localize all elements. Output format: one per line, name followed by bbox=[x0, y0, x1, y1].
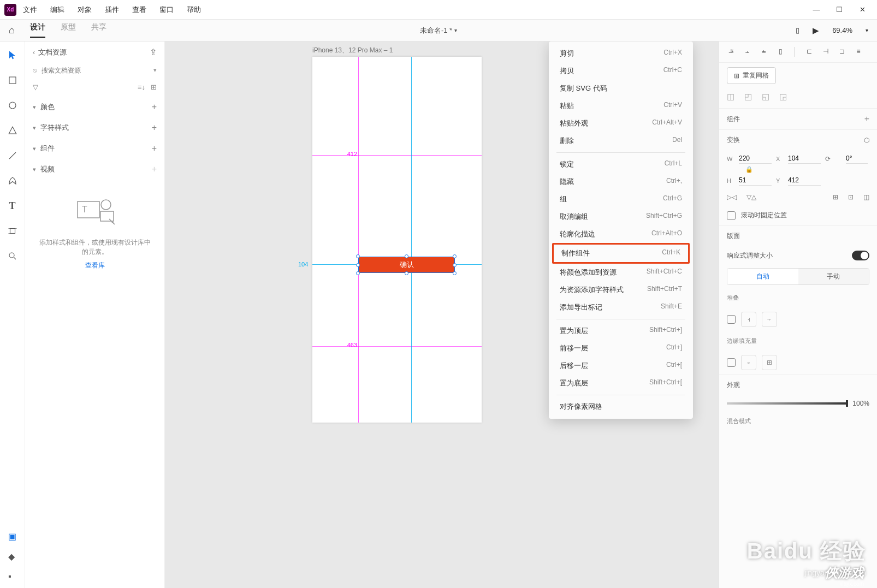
height-input[interactable] bbox=[739, 175, 772, 186]
cm-paste-appearance[interactable]: 粘贴外观Ctrl+Alt+V bbox=[549, 115, 693, 132]
responsive-icon-2[interactable]: ⊡ bbox=[848, 193, 854, 201]
responsive-icon-3[interactable]: ◫ bbox=[863, 193, 869, 201]
align-vcenter-icon[interactable]: ⫠ bbox=[743, 47, 752, 56]
selection-handle[interactable] bbox=[356, 263, 360, 267]
device-icon[interactable]: ▯ bbox=[796, 26, 799, 34]
play-icon[interactable]: ▶ bbox=[813, 26, 819, 35]
selection-handle[interactable] bbox=[453, 271, 457, 275]
width-input[interactable] bbox=[739, 153, 772, 164]
selection-handle[interactable] bbox=[356, 271, 360, 275]
checkbox[interactable] bbox=[727, 315, 736, 324]
align-top-icon[interactable]: ⫡ bbox=[727, 47, 736, 56]
union-icon[interactable]: ◫ bbox=[727, 92, 734, 102]
cm-send-backward[interactable]: 后移一层Ctrl+[ bbox=[549, 357, 693, 375]
seg-manual[interactable]: 手动 bbox=[798, 269, 869, 284]
zoom-tool[interactable] bbox=[5, 249, 20, 263]
search-input[interactable] bbox=[42, 67, 149, 74]
section-color[interactable]: ▾颜色+ bbox=[25, 97, 164, 117]
section-video[interactable]: ▾视频+ bbox=[25, 159, 164, 180]
y-input[interactable] bbox=[788, 175, 821, 186]
opacity-slider[interactable] bbox=[727, 402, 848, 405]
selection-handle[interactable] bbox=[356, 254, 360, 258]
tab-design[interactable]: 设计 bbox=[30, 22, 45, 38]
rotation-icon[interactable]: ⟳ bbox=[825, 155, 842, 163]
align-left-icon[interactable]: ⊏ bbox=[805, 47, 814, 56]
checkbox[interactable] bbox=[727, 211, 736, 220]
stack-h-icon[interactable]: ⫟ bbox=[762, 312, 777, 327]
menu-object[interactable]: 对象 bbox=[78, 5, 92, 15]
menu-window[interactable]: 窗口 bbox=[159, 5, 174, 15]
cm-copy-svg[interactable]: 复制 SVG 代码 bbox=[549, 80, 693, 97]
x-input[interactable] bbox=[788, 153, 821, 164]
seg-auto[interactable]: 自动 bbox=[727, 269, 798, 284]
flip-v-icon[interactable]: ▽△ bbox=[746, 193, 756, 201]
align-hcenter-icon[interactable]: ⊣ bbox=[821, 47, 830, 56]
cm-copy[interactable]: 拷贝Ctrl+C bbox=[549, 62, 693, 80]
menu-help[interactable]: 帮助 bbox=[187, 5, 201, 15]
selection-handle[interactable] bbox=[405, 271, 408, 275]
cm-group[interactable]: 组Ctrl+G bbox=[549, 191, 693, 208]
cm-outline-stroke[interactable]: 轮廓化描边Ctrl+Alt+O bbox=[549, 225, 693, 243]
line-tool[interactable] bbox=[5, 149, 20, 163]
add-icon[interactable]: + bbox=[152, 123, 157, 133]
view-library-link[interactable]: 查看库 bbox=[36, 261, 153, 270]
rectangle-tool[interactable] bbox=[5, 73, 20, 87]
repeat-grid-button[interactable]: ⊞重复网格 bbox=[727, 67, 776, 84]
cm-add-color[interactable]: 将颜色添加到资源Shift+Ctrl+C bbox=[549, 264, 693, 281]
plugins-icon[interactable]: ▪ bbox=[8, 572, 16, 581]
cube-icon[interactable]: ⬡ bbox=[864, 136, 869, 144]
grid-icon[interactable]: ⊞ bbox=[151, 83, 157, 91]
checkbox[interactable] bbox=[727, 358, 736, 367]
share-icon[interactable]: ⇪ bbox=[150, 47, 157, 57]
scroll-lock-row[interactable]: 滚动时固定位置 bbox=[719, 205, 877, 225]
document-title[interactable]: 未命名-1 *▾ bbox=[420, 26, 457, 35]
add-icon[interactable]: + bbox=[152, 144, 157, 153]
menu-file[interactable]: 文件 bbox=[23, 5, 37, 15]
exclude-icon[interactable]: ◲ bbox=[779, 92, 787, 102]
cm-cut[interactable]: 剪切Ctrl+X bbox=[549, 45, 693, 62]
select-tool[interactable] bbox=[5, 48, 20, 62]
section-component[interactable]: ▾组件+ bbox=[25, 138, 164, 159]
add-icon[interactable]: + bbox=[152, 102, 157, 112]
menu-edit[interactable]: 编辑 bbox=[50, 5, 64, 15]
pen-tool[interactable] bbox=[5, 174, 20, 188]
minimize-button[interactable]: — bbox=[813, 5, 820, 14]
layers-icon[interactable]: ◆ bbox=[8, 551, 16, 562]
selected-button[interactable]: 确认 bbox=[358, 257, 455, 273]
selection-handle[interactable] bbox=[453, 263, 457, 267]
zoom-value[interactable]: 69.4% bbox=[832, 26, 852, 34]
rotation-input[interactable] bbox=[846, 153, 868, 164]
libraries-icon[interactable]: ▣ bbox=[8, 531, 16, 542]
menu-plugin[interactable]: 插件 bbox=[105, 5, 119, 15]
stack-v-icon[interactable]: ⫞ bbox=[741, 312, 756, 327]
cm-add-charstyle[interactable]: 为资源添加字符样式Shift+Ctrl+T bbox=[549, 281, 693, 299]
subtract-icon[interactable]: ◰ bbox=[744, 92, 752, 102]
cm-bring-forward[interactable]: 前移一层Ctrl+] bbox=[549, 340, 693, 357]
chevron-down-icon[interactable]: ▾ bbox=[866, 27, 868, 33]
artboard[interactable]: 412 463 104 确认 bbox=[312, 57, 482, 423]
artboard-label[interactable]: iPhone 13、12 Pro Max – 1 bbox=[312, 46, 393, 55]
cm-delete[interactable]: 删除Del bbox=[549, 132, 693, 150]
toggle[interactable] bbox=[852, 251, 869, 260]
align-bottom-icon[interactable]: ⫨ bbox=[760, 47, 768, 56]
cm-ungroup[interactable]: 取消编组Shift+Ctrl+G bbox=[549, 208, 693, 225]
polygon-tool[interactable] bbox=[5, 123, 20, 138]
distribute-icon[interactable]: ≡ bbox=[854, 47, 863, 56]
cm-lock[interactable]: 锁定Ctrl+L bbox=[549, 156, 693, 173]
align-stretch-icon[interactable]: ▯ bbox=[776, 47, 785, 56]
selection-handle[interactable] bbox=[405, 254, 408, 258]
text-tool[interactable]: T bbox=[5, 199, 20, 213]
tab-prototype[interactable]: 原型 bbox=[61, 22, 76, 38]
cm-send-back[interactable]: 置为底层Shift+Ctrl+[ bbox=[549, 375, 693, 392]
back-icon[interactable]: ‹ bbox=[33, 49, 35, 56]
cm-export-mark[interactable]: 添加导出标记Shift+E bbox=[549, 299, 693, 316]
align-right-icon[interactable]: ⊐ bbox=[838, 47, 846, 56]
cm-hide[interactable]: 隐藏Ctrl+, bbox=[549, 173, 693, 191]
cm-paste[interactable]: 粘贴Ctrl+V bbox=[549, 97, 693, 115]
flip-h-icon[interactable]: ▷◁ bbox=[727, 193, 737, 201]
list-icon[interactable]: ≡↓ bbox=[138, 83, 145, 91]
maximize-button[interactable]: ☐ bbox=[835, 5, 843, 14]
cm-make-component[interactable]: 制作组件Ctrl+K bbox=[554, 245, 688, 262]
close-button[interactable]: ✕ bbox=[858, 5, 866, 14]
artboard-tool[interactable] bbox=[5, 224, 20, 238]
